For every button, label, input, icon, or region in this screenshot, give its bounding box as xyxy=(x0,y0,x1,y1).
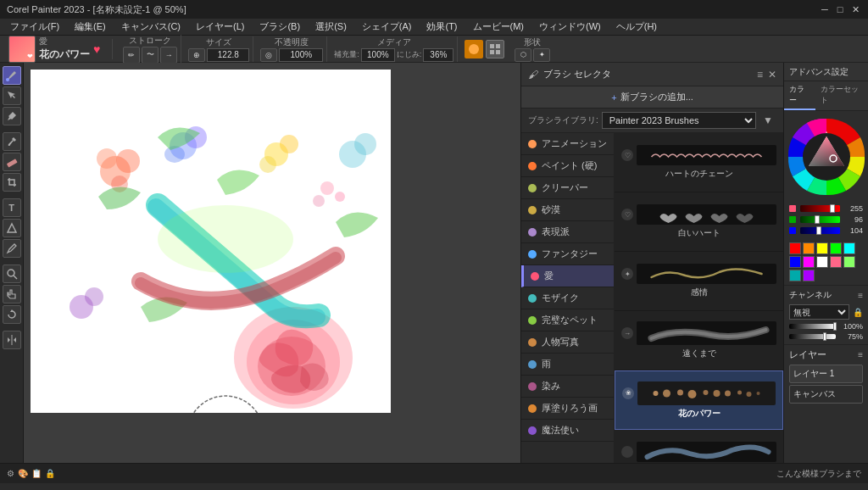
minimize-button[interactable]: ─ xyxy=(819,3,831,15)
tool-text[interactable]: T xyxy=(3,198,21,217)
category-paint-hard[interactable]: ペイント (硬) xyxy=(521,155,614,177)
brush-item-flower-power[interactable]: ❀ xyxy=(615,370,783,430)
tool-pen[interactable] xyxy=(3,239,21,258)
stroke-btn3[interactable]: → xyxy=(160,47,177,64)
swatch-green[interactable] xyxy=(830,242,842,254)
swatch-orange[interactable] xyxy=(803,242,815,254)
category-perfect-pet[interactable]: 完璧なペット xyxy=(521,309,614,331)
tool-select[interactable] xyxy=(3,86,21,105)
tool-eraser[interactable] xyxy=(3,153,21,171)
category-desert[interactable]: 砂漠 xyxy=(521,199,614,221)
shape-btn2[interactable]: ✦ xyxy=(533,48,550,62)
swatch-teal[interactable] xyxy=(789,270,801,281)
menu-movie[interactable]: ムービー(M) xyxy=(466,19,531,35)
status-icon2[interactable]: 🎨 xyxy=(18,469,28,478)
status-icon4[interactable]: 🔒 xyxy=(45,469,55,478)
tool-mirror[interactable] xyxy=(3,331,21,349)
stroke-btn2[interactable]: 〜 xyxy=(142,47,159,64)
menu-brush[interactable]: ブラシ(B) xyxy=(253,19,307,35)
blend-mode-select[interactable]: 無視 xyxy=(789,304,849,320)
size-input[interactable] xyxy=(207,48,249,62)
texture-btn[interactable] xyxy=(465,40,483,58)
category-thick-paint[interactable]: 厚塗りろう画 xyxy=(521,398,614,420)
canvas-row[interactable]: キャンバス xyxy=(789,385,863,404)
menu-shape[interactable]: シェイプ(A) xyxy=(355,19,419,35)
swatch-lime[interactable] xyxy=(843,256,855,268)
category-stain[interactable]: 染み xyxy=(521,376,614,398)
close-button[interactable]: ✕ xyxy=(849,3,861,15)
stroke-btn1[interactable]: ✏ xyxy=(123,47,140,64)
menu-file[interactable]: ファイル(F) xyxy=(3,19,66,35)
add-brush-button[interactable]: + 新ブラシの追加... xyxy=(521,86,783,109)
tool-shape[interactable] xyxy=(3,219,21,237)
swatch-white[interactable] xyxy=(816,256,828,268)
panel-menu-icon[interactable]: ≡ xyxy=(757,69,763,81)
menu-select[interactable]: 選択(S) xyxy=(309,19,353,35)
brush-item-cool[interactable]: クール xyxy=(615,430,783,463)
favorite-icon[interactable]: ♥ xyxy=(93,42,100,56)
swatch-magenta[interactable] xyxy=(803,256,815,268)
tab-colorset[interactable]: カラーセット xyxy=(815,81,868,110)
opacity-slider1[interactable] xyxy=(789,324,836,329)
brush-item-far-away[interactable]: → 遠くまで xyxy=(615,311,783,370)
tool-brush[interactable] xyxy=(3,66,21,85)
library-select[interactable]: Painter 2023 Brushes xyxy=(602,112,756,129)
layer-1-row[interactable]: レイヤー 1 xyxy=(789,365,863,383)
color-wheel[interactable] xyxy=(784,114,868,199)
tool-dropper[interactable] xyxy=(3,107,21,125)
category-creeper[interactable]: クリーパー xyxy=(521,177,614,199)
canvas-area[interactable] xyxy=(24,63,520,463)
tool-hand[interactable] xyxy=(3,285,21,303)
media-input[interactable] xyxy=(361,48,395,62)
brush-item-emotion[interactable]: ✦ 感情 xyxy=(615,252,783,311)
add-brush-label: 新ブラシの追加... xyxy=(620,91,693,103)
category-love[interactable]: 愛 xyxy=(521,265,614,287)
category-fantasy[interactable]: ファンタジー xyxy=(521,243,614,265)
opacity-icon[interactable]: ◎ xyxy=(260,48,277,62)
brush-item-white-heart[interactable]: ♡ 白いハート xyxy=(615,192,783,252)
category-magician[interactable]: 魔法使い xyxy=(521,420,614,442)
menu-help[interactable]: ヘルプ(H) xyxy=(609,19,664,35)
category-mosaic[interactable]: モザイク xyxy=(521,287,614,309)
panel-close-icon[interactable]: ✕ xyxy=(768,69,776,81)
swatch-cyan[interactable] xyxy=(843,242,855,254)
pattern-btn[interactable] xyxy=(486,40,504,58)
tool-magnify[interactable] xyxy=(3,264,21,283)
swatch-red[interactable] xyxy=(789,242,801,254)
tool-rotate[interactable] xyxy=(3,305,21,324)
shape-btn1[interactable]: ⬡ xyxy=(515,48,531,62)
b-slider[interactable] xyxy=(800,227,840,234)
tool-fill[interactable] xyxy=(3,132,21,151)
channel-menu-icon[interactable]: ≡ xyxy=(858,291,863,300)
swatch-yellow[interactable] xyxy=(816,242,828,254)
brush-preview-icon[interactable]: ❤ xyxy=(8,36,36,63)
category-portrait[interactable]: 人物写真 xyxy=(521,331,614,354)
category-animation[interactable]: アニメーション xyxy=(521,133,614,155)
status-icon1[interactable]: ⚙ xyxy=(7,469,14,478)
bleed-input[interactable] xyxy=(423,48,453,62)
opacity-slider2[interactable] xyxy=(789,334,836,339)
swatch-purple[interactable] xyxy=(803,270,815,281)
menu-canvas[interactable]: キャンバス(C) xyxy=(114,19,187,35)
color-swatch-preview[interactable] xyxy=(789,205,796,212)
r-slider[interactable] xyxy=(800,205,840,212)
tool-crop[interactable] xyxy=(3,173,21,192)
menu-edit[interactable]: 編集(E) xyxy=(68,19,113,35)
category-rain[interactable]: 雨 xyxy=(521,354,614,376)
status-icon3[interactable]: 📋 xyxy=(31,469,42,478)
menu-window[interactable]: ウィンドウ(W) xyxy=(532,19,608,35)
category-expression[interactable]: 表現派 xyxy=(521,221,614,243)
size-adjust-btn[interactable]: ⊕ xyxy=(188,48,205,62)
tab-color-layer[interactable]: カラー xyxy=(784,81,815,110)
layer-menu-icon[interactable]: ≡ xyxy=(858,350,863,359)
menu-effect[interactable]: 効果(T) xyxy=(420,19,464,35)
g-slider[interactable] xyxy=(800,216,840,223)
swatch-blue[interactable] xyxy=(789,256,801,268)
opacity-input[interactable] xyxy=(279,48,323,62)
filter-button[interactable]: ▼ xyxy=(760,112,776,129)
swatch-pink[interactable] xyxy=(830,256,842,268)
maximize-button[interactable]: □ xyxy=(834,3,846,15)
brush-item-heart-chain[interactable]: ♡ ハートのチェーン xyxy=(615,133,783,192)
main-canvas[interactable] xyxy=(31,70,391,413)
menu-layer[interactable]: レイヤー(L) xyxy=(189,19,251,35)
